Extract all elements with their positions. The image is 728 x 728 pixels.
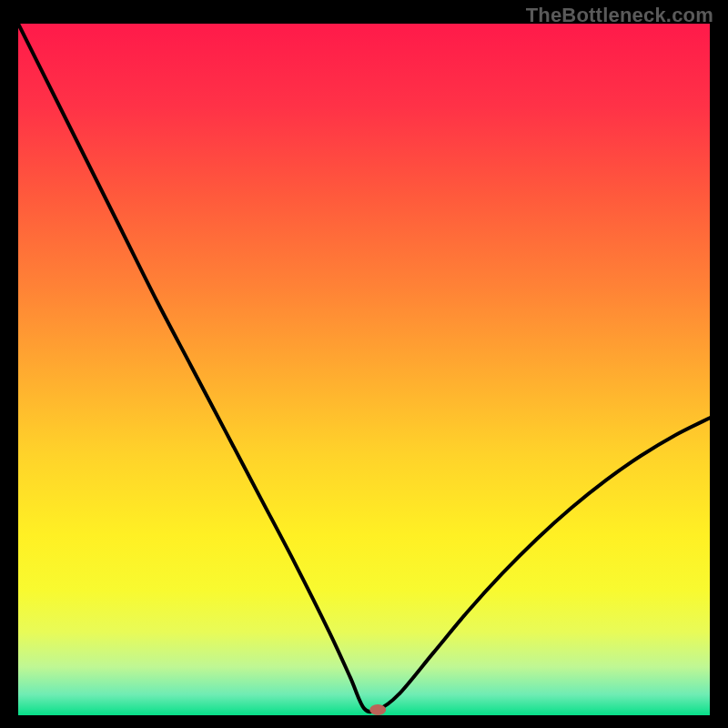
chart-container: { "watermark": "TheBottleneck.com", "col… — [0, 0, 728, 728]
gradient-background — [18, 24, 710, 715]
minimum-marker — [369, 704, 386, 715]
bottleneck-chart — [18, 24, 710, 715]
